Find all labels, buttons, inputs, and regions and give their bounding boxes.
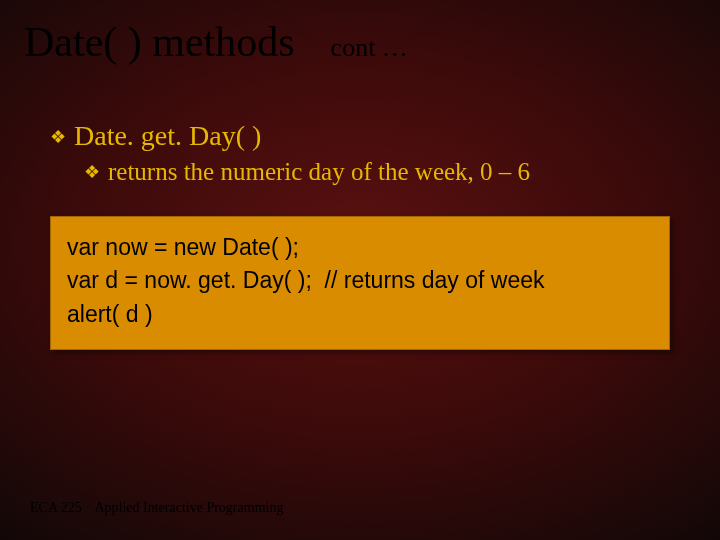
code-line: var d = now. get. Day( ); // returns day…	[67, 264, 653, 297]
page-title: Date( ) methods	[24, 18, 295, 66]
diamond-icon: ❖	[50, 126, 66, 148]
footer-name: Applied Interactive Programming	[94, 500, 283, 515]
footer-course: ECA 225	[30, 500, 82, 515]
diamond-icon: ❖	[84, 161, 100, 183]
bullet-text-2: returns the numeric day of the week, 0 –…	[108, 158, 530, 186]
title-continued: cont …	[331, 33, 408, 63]
content-area: ❖ Date. get. Day( ) ❖ returns the numeri…	[50, 120, 680, 350]
slide: Date( ) methods cont … ❖ Date. get. Day(…	[0, 0, 720, 540]
footer: ECA 225 Applied Interactive Programming	[30, 500, 283, 516]
bullet-level2: ❖ returns the numeric day of the week, 0…	[84, 158, 680, 186]
title-row: Date( ) methods cont …	[24, 18, 408, 66]
code-box: var now = new Date( ); var d = now. get.…	[50, 216, 670, 350]
code-line: var now = new Date( );	[67, 231, 653, 264]
code-line: alert( d )	[67, 298, 653, 331]
bullet-text-1: Date. get. Day( )	[74, 120, 261, 152]
bullet-level1: ❖ Date. get. Day( )	[50, 120, 680, 152]
